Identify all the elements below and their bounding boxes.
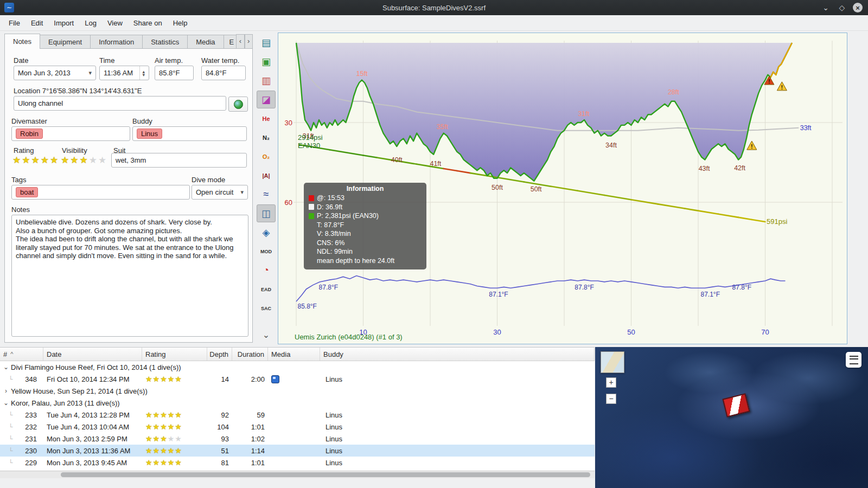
dive-profile[interactable]: 31ft15ft40ft41ft35ft50ft50ft31ft34ft28ft… [278,33,847,344]
menu-log[interactable]: Log [79,17,102,29]
date-select[interactable]: Mon Jun 3, 2013▾ [14,66,96,80]
dive-row[interactable]: └348Fri Oct 10, 2014 12:34 PM★★★★★142:00… [0,373,595,385]
info-box-row: D: 36.9ft [309,203,422,212]
suit-input[interactable]: wet, 3mm [111,153,247,168]
scrollbar-thumb[interactable] [61,472,590,477]
location-globe-button[interactable] [228,97,248,112]
collapse-profile-icon[interactable]: ⌄ [257,326,276,344]
menu-share-on[interactable]: Share on [128,17,168,29]
dive-mode-select[interactable]: Open circuit▾ [192,185,248,200]
photos-on-profile-icon[interactable]: ◫ [257,204,276,222]
setpoint-graph-icon[interactable]: |A| [257,166,276,184]
menu-view[interactable]: View [102,17,128,29]
ceiling-gradient-icon[interactable]: ▥ [257,72,276,89]
air-temp-input[interactable]: 85.8°F [155,66,194,80]
tab-equipment[interactable]: Equipment [40,35,91,49]
trip-row[interactable]: ⌄Divi Flamingo House Reef, Fri Oct 10, 2… [0,361,595,373]
svg-text:35ft: 35ft [437,123,448,131]
star-filled-icon: ★ [145,434,153,443]
maximize-icon[interactable]: ◇ [837,2,847,13]
tab-statistics[interactable]: Statistics [142,35,188,49]
media-photo-icon[interactable] [271,375,279,383]
map-menu-button[interactable] [846,352,861,368]
divemaster-input[interactable]: Robin [11,126,130,141]
dive-row[interactable]: └233Tue Jun 4, 2013 12:28 PM★★★★★9259Lin… [0,409,595,421]
tab-media[interactable]: Media [187,35,224,49]
sac-icon[interactable]: SAC [257,299,276,317]
svg-text:87.8°F: 87.8°F [575,284,593,291]
close-icon[interactable]: × [853,3,863,12]
nitrogen-graph-icon[interactable]: N₂ [257,129,276,146]
ead-icon[interactable]: EAD [257,280,276,298]
star-filled-icon: ★ [168,375,175,383]
buddy-input[interactable]: Linus [132,126,247,141]
svg-text:30: 30 [285,119,292,127]
dive-date: Mon Jun 3, 2013 9:45 AM [43,457,142,468]
dive-buddy: Linus [320,409,595,421]
buddy-label: Buddy [132,117,152,125]
time-input[interactable]: 11:36 AM ▴▾ [99,66,149,80]
star-filled-icon: ★ [153,422,161,431]
date-label: Date [14,56,28,65]
notes-panel: Date Time Air temp. Water temp. Mon Jun … [4,48,253,343]
notes-label: Notes [11,206,30,214]
map-zoom-in-button[interactable]: + [606,377,616,388]
mod-icon[interactable]: MOD [257,242,276,260]
oxygen-graph-icon[interactable]: O₂ [257,147,276,165]
tab-information[interactable]: Information [90,35,143,49]
water-temp-input[interactable]: 84.8°F [201,66,246,80]
collapse-icon[interactable]: ⌄ [1,399,11,407]
column-header-media[interactable]: Media [268,348,320,361]
helium-graph-icon[interactable]: He [257,110,276,127]
dive-row[interactable]: └231Mon Jun 3, 2013 2:59 PM★★★★★931:02Li… [0,433,595,445]
svg-text:40ft: 40ft [391,156,403,164]
location-input[interactable]: Ulong channel [14,96,226,111]
rating-stars[interactable]: ★★★★★ [12,155,59,166]
time-stepper[interactable]: ▴▾ [139,66,145,80]
star-filled-icon: ★ [175,446,182,455]
tab-scroll-left[interactable]: ‹ [236,34,244,49]
map-view[interactable]: + − [595,347,868,488]
column-header-duration[interactable]: Duration [232,348,268,361]
star-filled-icon: ★ [50,155,59,165]
tab-notes[interactable]: Notes [4,34,40,49]
heart-rate-icon[interactable]: ≈ [257,185,276,203]
dive-row[interactable]: └229Mon Jun 3, 2013 9:45 AM★★★★★811:01Li… [0,457,595,468]
column-header-num[interactable]: #^ [0,348,43,361]
star-filled-icon: ★ [175,458,182,467]
svg-text:2914psi: 2914psi [298,133,323,142]
trip-row[interactable]: ⌄Koror, Palau, Jun 2013 (11 dive(s)) [0,397,595,409]
dive-flag-marker[interactable] [722,393,750,418]
menu-edit[interactable]: Edit [25,17,48,29]
deco-time-icon[interactable]: ◔ [257,261,276,279]
picture-icon[interactable]: ▣ [257,53,276,70]
star-empty-icon: ★ [98,155,107,165]
visibility-stars[interactable]: ★★★★★ [61,155,107,166]
chevron-down-icon: ▾ [240,189,244,196]
menu-import[interactable]: Import [48,17,79,29]
dive-computer-icon[interactable]: ▤ [257,34,276,52]
svg-text:34ft: 34ft [605,142,617,149]
dive-row[interactable]: └230Mon Jun 3, 2013 11:36 AM★★★★★511:14L… [0,445,595,457]
expand-icon[interactable]: › [1,387,11,395]
trip-row[interactable]: ›Yellow House, Sun Sep 21, 2014 (1 dive(… [0,385,595,397]
column-header-depth[interactable]: Depth [207,348,232,361]
column-header-date[interactable]: Date [43,348,142,361]
tags-input[interactable]: boat [11,185,190,200]
map-zoom-out-button[interactable]: − [606,394,616,404]
menu-file[interactable]: File [3,17,25,29]
notes-textarea[interactable]: Unbelievable dive. Dozens and dozens of … [11,215,248,337]
dc-ceiling-icon[interactable]: ◪ [257,91,276,108]
column-header-rating[interactable]: Rating [142,348,207,361]
svg-text:!: ! [768,78,770,85]
horizontal-scrollbar[interactable] [0,471,595,478]
dive-row[interactable]: └232Tue Jun 4, 2013 10:04 AM★★★★★1041:01… [0,421,595,433]
collapse-icon[interactable]: ⌄ [1,363,11,371]
tab-scroll-right[interactable]: › [245,34,253,49]
gas-change-icon[interactable]: ◈ [257,223,276,241]
minimize-icon[interactable]: ⌄ [820,2,831,13]
column-header-buddy[interactable]: Buddy [320,348,595,361]
star-filled-icon: ★ [61,155,70,165]
menu-help[interactable]: Help [168,17,193,29]
tab-e[interactable]: E [224,35,237,49]
